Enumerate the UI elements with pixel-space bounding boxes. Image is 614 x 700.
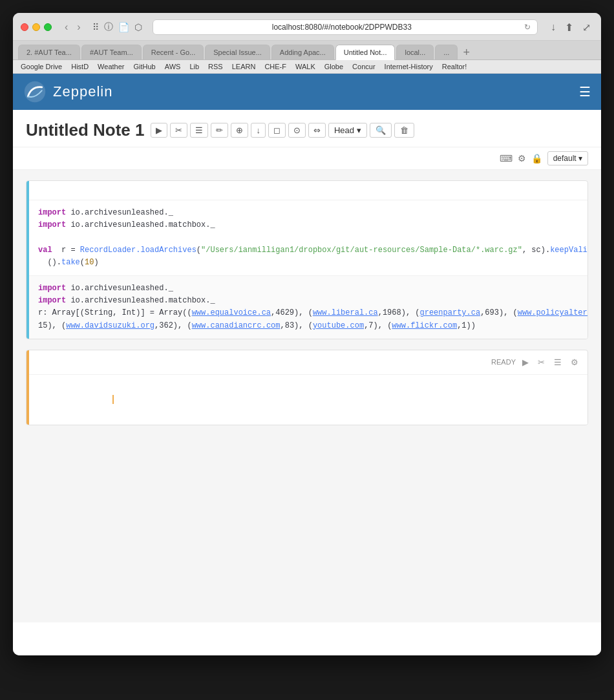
- export-button[interactable]: ↓: [251, 123, 266, 138]
- cursor: [112, 395, 114, 404]
- notebook-toolbar: ▶ ✂ ☰ ✏ ⊕ ↓ ◻ ⊙ ⇔ Head ▾ 🔍 🗑: [151, 123, 414, 138]
- bookmark-histd[interactable]: HistD: [71, 63, 89, 70]
- pencil-button[interactable]: ✏: [211, 123, 228, 138]
- code-line-1: import io.archivesunleashed._: [38, 207, 588, 219]
- traffic-lights: [21, 23, 52, 31]
- tab-8[interactable]: ...: [435, 45, 458, 59]
- ready-label: READY: [491, 358, 516, 366]
- bookmark-aws[interactable]: AWS: [165, 63, 181, 70]
- cell2-run-button[interactable]: ▶: [520, 357, 531, 368]
- bookmark-google-drive[interactable]: Google Drive: [21, 63, 62, 70]
- notebook-title: Untitled Note 1: [26, 120, 144, 140]
- svg-point-0: [25, 81, 45, 102]
- nav-buttons: ‹ ›: [61, 20, 85, 34]
- cell-2-body: READY ▶ ✂ ☰ ⚙: [29, 350, 588, 425]
- browser-actions: ↓ ⬆ ⤢: [548, 20, 593, 35]
- cell-1-body: ≡ SPARK JOB FINISHED ▶ ✂ ☰ ⚙ import io.a…: [29, 181, 588, 339]
- cell2-copy-button[interactable]: ☰: [551, 357, 564, 368]
- head-caret-icon: ▾: [357, 125, 361, 135]
- bookmark-che-f[interactable]: CHE-F: [264, 63, 286, 70]
- page-content: Zeppelin ☰ Untitled Note 1 ▶ ✂ ☰ ✏ ⊕ ↓ ◻…: [13, 74, 601, 655]
- head-label: Head: [334, 125, 354, 135]
- download-button[interactable]: ↓: [548, 20, 558, 34]
- cell-1-code[interactable]: import io.archivesunleashed._ import io.…: [29, 200, 588, 275]
- bookmark-github[interactable]: GitHub: [133, 63, 155, 70]
- cells-container: ≡ SPARK JOB FINISHED ▶ ✂ ☰ ⚙ import io.a…: [13, 170, 601, 622]
- tab-6-active[interactable]: Untitled Not...: [335, 45, 396, 60]
- cell2-cut-button[interactable]: ✂: [535, 357, 547, 368]
- tab-2[interactable]: #AUT Team...: [81, 45, 142, 59]
- bookmark-learn[interactable]: LEARN: [232, 63, 256, 70]
- cell-2-inner: READY ▶ ✂ ☰ ⚙: [26, 350, 588, 425]
- output-line-2: import io.archivesunleashed.matchbox._: [38, 295, 588, 307]
- default-label: default: [553, 154, 577, 163]
- zeppelin-logo-icon: [23, 80, 47, 103]
- output-line-3: r: Array[(String, Int)] = Array((www.equ…: [38, 307, 588, 332]
- zeppelin-navbar: Zeppelin ☰: [13, 74, 601, 110]
- forward-button[interactable]: ›: [73, 20, 84, 34]
- hamburger-menu-button[interactable]: ☰: [579, 84, 591, 100]
- address-bar-container: ↻: [153, 19, 538, 35]
- title-bar: ‹ › ⠿ ⓘ 📄 ⬡ ↻ ↓ ⬆ ⤢: [13, 13, 601, 41]
- notebook-settings-row: ⌨ ⚙ 🔒 default ▾: [13, 147, 601, 170]
- scissors-button[interactable]: ✂: [170, 123, 187, 138]
- code-line-blank: [38, 231, 588, 244]
- tab-3[interactable]: Recent - Go...: [143, 45, 204, 59]
- tab-5[interactable]: Adding Apac...: [271, 45, 334, 59]
- circle-button[interactable]: ⊙: [288, 123, 306, 138]
- clone-button[interactable]: ⊕: [231, 123, 248, 138]
- fullscreen-button[interactable]: ⤢: [580, 20, 593, 35]
- cell-1: ≡ SPARK JOB FINISHED ▶ ✂ ☰ ⚙ import io.a…: [26, 180, 588, 339]
- cell-1-inner: ≡ SPARK JOB FINISHED ▶ ✂ ☰ ⚙ import io.a…: [26, 181, 588, 339]
- reader-icon[interactable]: 📄: [118, 22, 129, 32]
- toolbar-icons: ⠿ ⓘ 📄 ⬡: [92, 21, 142, 33]
- bookmark-lib[interactable]: Lib: [189, 63, 199, 70]
- tab-4[interactable]: Special Issue...: [205, 45, 270, 59]
- code-line-2: import io.archivesunleashed.matchbox._: [38, 219, 588, 231]
- keyboard-icon[interactable]: ⌨: [500, 153, 513, 164]
- close-button[interactable]: [21, 23, 28, 31]
- code-line-3: val r = RecordLoader.loadArchives("/User…: [38, 244, 588, 257]
- bookmark-globe[interactable]: Globe: [324, 63, 343, 70]
- default-caret-icon: ▾: [578, 154, 582, 163]
- tabs-bar: 2. #AUT Tea... #AUT Team... Recent - Go.…: [13, 41, 601, 60]
- maximize-button[interactable]: [44, 23, 52, 31]
- cell-2-header: READY ▶ ✂ ☰ ⚙: [29, 350, 588, 374]
- default-dropdown[interactable]: default ▾: [547, 151, 588, 165]
- tab-1[interactable]: 2. #AUT Tea...: [18, 45, 80, 59]
- search-button[interactable]: 🔍: [370, 123, 392, 138]
- bookmark-weather[interactable]: Weather: [98, 63, 124, 70]
- head-dropdown[interactable]: Head ▾: [328, 123, 367, 138]
- notebook-header: Untitled Note 1 ▶ ✂ ☰ ✏ ⊕ ↓ ◻ ⊙ ⇔ Head ▾…: [13, 110, 601, 147]
- cell-2-code[interactable]: [29, 374, 588, 425]
- cell-1-header: ≡ SPARK JOB FINISHED ▶ ✂ ☰ ⚙: [29, 181, 588, 200]
- back-button[interactable]: ‹: [61, 20, 72, 34]
- bookmark-realtor[interactable]: Realtor!: [442, 63, 467, 70]
- trash-button[interactable]: 🗑: [394, 123, 414, 138]
- list-button[interactable]: ☰: [190, 123, 208, 138]
- gear-icon[interactable]: ⚙: [518, 153, 526, 164]
- lock-icon[interactable]: 🔒: [531, 153, 542, 164]
- code-line-4: ().take(10): [38, 257, 588, 269]
- bookmark-concur[interactable]: Concur: [352, 63, 375, 70]
- sidebar-toggle-icon[interactable]: ⠿: [92, 22, 99, 32]
- bookmark-walk[interactable]: WALK: [295, 63, 315, 70]
- refresh-icon[interactable]: ↻: [524, 23, 531, 32]
- new-tab-button[interactable]: +: [459, 47, 474, 58]
- bookmark-internet-history[interactable]: Internet-History: [385, 63, 433, 70]
- tab-7[interactable]: local...: [396, 45, 434, 59]
- address-bar[interactable]: [160, 23, 524, 32]
- output-line-1: import io.archivesunleashed._: [38, 282, 588, 295]
- arrows-button[interactable]: ⇔: [308, 123, 326, 138]
- minimize-button[interactable]: [32, 23, 40, 31]
- bookmark-rss[interactable]: RSS: [208, 63, 223, 70]
- share-button[interactable]: ⬆: [562, 20, 576, 35]
- page-button[interactable]: ◻: [268, 123, 286, 138]
- cell-2-cursor-line: [38, 381, 578, 419]
- zeppelin-brand: Zeppelin: [23, 80, 112, 103]
- cell-2: READY ▶ ✂ ☰ ⚙: [26, 350, 588, 426]
- screencapture-icon[interactable]: ⬡: [134, 22, 142, 32]
- info-icon[interactable]: ⓘ: [104, 21, 113, 33]
- cell2-settings-button[interactable]: ⚙: [568, 357, 581, 368]
- run-all-button[interactable]: ▶: [151, 123, 167, 138]
